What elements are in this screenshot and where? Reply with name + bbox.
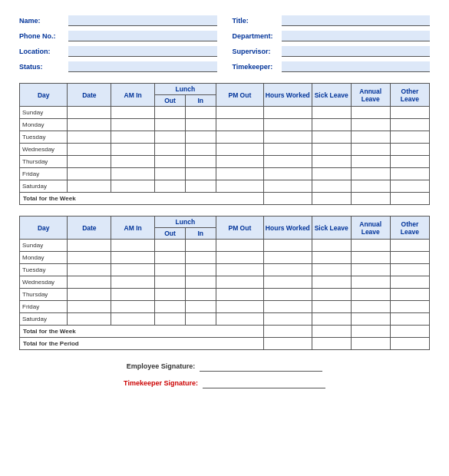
- lunch-out-cell: [155, 119, 186, 131]
- lunch-in-cell: [185, 276, 216, 289]
- col-header-day-2: Day: [20, 217, 68, 240]
- lunch-in-cell: [185, 301, 216, 313]
- col-header-sick-2: Sick Leave: [312, 217, 351, 240]
- title-input: [282, 15, 431, 26]
- table-row: Sunday: [20, 107, 430, 119]
- col-header-lunch-2: Lunch: [155, 217, 216, 228]
- other-cell: [390, 264, 429, 276]
- total-period-other: [390, 338, 429, 350]
- pmout-cell: [216, 131, 263, 144]
- header-left: Name: Phone No.: Location: Status:: [19, 15, 217, 72]
- lunch-out-cell: [155, 168, 186, 180]
- name-label: Name:: [19, 17, 65, 25]
- lunch-out-cell: [155, 144, 186, 156]
- total-week-annual: [351, 326, 390, 338]
- employee-sig-row: Employee Signature:: [127, 361, 323, 372]
- lunch-in-cell: [185, 252, 216, 264]
- annual-cell: [351, 168, 390, 180]
- date-cell: [68, 276, 111, 289]
- total-week-label: Total for the Week: [20, 326, 264, 338]
- table-row: Tuesday: [20, 131, 430, 144]
- lunch-out-cell: [155, 240, 186, 252]
- pmout-cell: [216, 301, 263, 313]
- total-period-annual: [351, 338, 390, 350]
- day-cell: Friday: [20, 301, 68, 313]
- timekeeper-sig-line: [203, 378, 325, 388]
- date-cell: [68, 289, 111, 301]
- date-cell: [68, 313, 111, 326]
- col-header-lunch-out: Out: [155, 95, 186, 107]
- timekeeper-row: Timekeeper:: [233, 61, 431, 72]
- total-week-annual: [351, 193, 390, 205]
- amin-cell: [111, 252, 155, 264]
- lunch-out-cell: [155, 156, 186, 168]
- name-row: Name:: [19, 15, 217, 26]
- status-row: Status:: [19, 61, 217, 72]
- table-row: Monday: [20, 119, 430, 131]
- table-row: Monday: [20, 252, 430, 264]
- lunch-in-cell: [185, 107, 216, 119]
- other-cell: [390, 168, 429, 180]
- dept-input: [282, 31, 431, 41]
- sick-cell: [312, 156, 351, 168]
- amin-cell: [111, 156, 155, 168]
- total-week-label: Total for the Week: [20, 193, 264, 205]
- amin-cell: [111, 313, 155, 326]
- total-period-sick: [312, 338, 351, 350]
- col-header-pmout: PM Out: [216, 84, 263, 107]
- total-week-hours: [264, 326, 312, 338]
- other-cell: [390, 289, 429, 301]
- col-header-sick: Sick Leave: [312, 84, 351, 107]
- total-week-row: Total for the Week: [20, 326, 430, 338]
- total-week-sick: [312, 193, 351, 205]
- hours-cell: [264, 107, 312, 119]
- phone-label: Phone No.:: [19, 32, 65, 40]
- other-cell: [390, 156, 429, 168]
- pmout-cell: [216, 144, 263, 156]
- col-header-hours: Hours Worked: [264, 84, 312, 107]
- date-cell: [68, 156, 111, 168]
- col-header-day: Day: [20, 84, 68, 107]
- hours-cell: [264, 156, 312, 168]
- date-cell: [68, 264, 111, 276]
- lunch-in-cell: [185, 313, 216, 326]
- lunch-out-cell: [155, 180, 186, 193]
- annual-cell: [351, 276, 390, 289]
- amin-cell: [111, 240, 155, 252]
- other-cell: [390, 313, 429, 326]
- hours-cell: [264, 313, 312, 326]
- sick-cell: [312, 107, 351, 119]
- lunch-in-cell: [185, 168, 216, 180]
- lunch-out-cell: [155, 313, 186, 326]
- sick-cell: [312, 252, 351, 264]
- timekeeper-sig-row: Timekeeper Signature:: [124, 378, 325, 388]
- header-right: Title: Department: Supervisor: Timekeepe…: [233, 15, 431, 72]
- other-cell: [390, 240, 429, 252]
- total-week-other: [390, 193, 429, 205]
- amin-cell: [111, 168, 155, 180]
- table-row: Friday: [20, 168, 430, 180]
- pmout-cell: [216, 289, 263, 301]
- day-cell: Wednesday: [20, 144, 68, 156]
- hours-cell: [264, 168, 312, 180]
- other-cell: [390, 131, 429, 144]
- sick-cell: [312, 240, 351, 252]
- lunch-in-cell: [185, 180, 216, 193]
- date-cell: [68, 252, 111, 264]
- hours-cell: [264, 144, 312, 156]
- lunch-out-cell: [155, 131, 186, 144]
- hours-cell: [264, 119, 312, 131]
- annual-cell: [351, 313, 390, 326]
- amin-cell: [111, 276, 155, 289]
- amin-cell: [111, 264, 155, 276]
- amin-cell: [111, 289, 155, 301]
- other-cell: [390, 301, 429, 313]
- week-table-1: Day Date AM In Lunch PM Out Hours Worked…: [19, 83, 430, 205]
- col-header-lunch-in-2: In: [185, 228, 216, 240]
- location-label: Location:: [19, 48, 65, 55]
- supervisor-label: Supervisor:: [233, 48, 279, 55]
- col-header-annual: Annual Leave: [351, 84, 390, 107]
- annual-cell: [351, 156, 390, 168]
- dept-row: Department:: [233, 31, 431, 41]
- sick-cell: [312, 168, 351, 180]
